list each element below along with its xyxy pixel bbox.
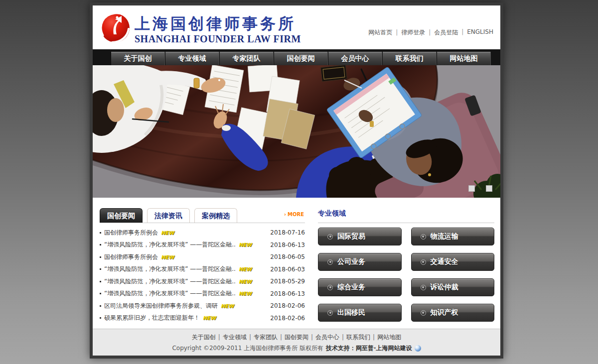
- practice-area-button[interactable]: 交通安全: [411, 253, 495, 271]
- site-header: 上海国创律师事务所 SHANGHAI FOUNDER LAW FIRM 网站首页…: [93, 5, 500, 49]
- practice-area-label: 诉讼仲裁: [431, 283, 458, 292]
- practice-area-button[interactable]: 综合业务: [318, 278, 402, 296]
- bullseye-icon: [421, 285, 426, 290]
- news-date: 2018-06-05: [270, 253, 305, 260]
- news-title-link[interactable]: “增强风险防范，净化发展环境” ——普陀区金融..: [104, 277, 236, 286]
- practice-area-label: 知识产权: [431, 308, 458, 317]
- site-footer: 关于国创专业领域专家团队国创要闻会员中心联系我们网站地图 Copyright ©…: [93, 329, 500, 356]
- new-badge: NEW: [239, 279, 252, 284]
- header-link[interactable]: ENGLISH: [458, 28, 493, 37]
- news-column: 国创要闻法律资讯案例精选 ›MORE 国创律师事务所例会 NEW 2018-07…: [100, 198, 305, 329]
- news-title-link[interactable]: 区司法局领导来国创律师事务所参观、调研: [104, 302, 218, 310]
- practice-area-button[interactable]: 国际贸易: [318, 228, 402, 245]
- news-title-link[interactable]: 国创律师事务所例会: [104, 229, 158, 237]
- practice-area-button[interactable]: 公司业务: [318, 253, 402, 271]
- header-link[interactable]: 律师登录: [392, 28, 425, 37]
- tab[interactable]: 案例精选: [194, 208, 237, 223]
- practice-area-label: 物流运输: [431, 232, 458, 241]
- practice-area-button[interactable]: 物流运输: [411, 228, 495, 245]
- new-badge: NEW: [239, 242, 252, 247]
- practice-title: 专业领域: [318, 209, 346, 218]
- practice-grid: 国际贸易 物流运输 公司业务 交通安全: [318, 228, 494, 322]
- slide-indicator[interactable]: [486, 185, 492, 192]
- new-badge: NEW: [203, 315, 216, 321]
- news-item: “增强风险防范，净化发展环境” ——普陀区金融.. NEW 2018-06-13: [100, 239, 305, 251]
- news-date: 2018-02-06: [270, 302, 305, 309]
- slide-indicator[interactable]: [468, 185, 475, 192]
- news-item: 硕果累累辞旧岁，壮志宏图迎新年！ NEW 2018-02-06: [100, 312, 305, 325]
- news-date: 2018-06-13: [270, 242, 305, 248]
- copyright-text: Copyright ©2009-2011 上海国创律师事务所 版权所有: [172, 344, 323, 353]
- news-date: 2018-06-03: [270, 266, 305, 273]
- tab[interactable]: 法律资讯: [147, 208, 190, 223]
- bullseye-icon: [327, 234, 333, 240]
- news-item: 国创律师事务所例会 NEW 2018-06-05: [100, 251, 305, 263]
- practice-area-button[interactable]: 出国移民: [318, 304, 402, 322]
- practice-header: 专业领域: [318, 198, 494, 223]
- firm-name-en: SHANGHAI FOUNDER LAW FIRM: [135, 33, 301, 45]
- footer-link[interactable]: 联系我们: [339, 333, 370, 342]
- hero-photo-meeting-table: [93, 65, 500, 198]
- practice-area-button[interactable]: 知识产权: [411, 304, 495, 322]
- footer-links: 关于国创专业领域专家团队国创要闻会员中心联系我们网站地图: [93, 333, 500, 342]
- footer-link[interactable]: 关于国创: [192, 333, 216, 342]
- news-title-link[interactable]: “增强风险防范，净化发展环境” ——普陀区金融..: [104, 289, 236, 298]
- bullseye-icon: [421, 234, 426, 240]
- support-globe-icon: [415, 345, 421, 352]
- new-badge: NEW: [161, 230, 174, 236]
- main-nav: 关于国创专业领域专家团队国创要闻会员中心联系我们网站地图: [93, 49, 500, 65]
- news-date: 2018-07-16: [270, 229, 305, 236]
- footer-link[interactable]: 网站地图: [370, 333, 401, 342]
- news-title-link[interactable]: 硕果累累辞旧岁，壮志宏图迎新年！: [104, 314, 200, 322]
- news-title-link[interactable]: 国创律师事务所例会: [104, 253, 158, 261]
- footer-link[interactable]: 会员中心: [308, 333, 339, 342]
- bullseye-icon: [327, 310, 333, 316]
- site-page: 上海国创律师事务所 SHANGHAI FOUNDER LAW FIRM 网站首页…: [93, 5, 500, 356]
- news-date: 2018-05-29: [270, 278, 305, 285]
- logo-icon: [99, 10, 132, 45]
- logo-text: 上海国创律师事务所 SHANGHAI FOUNDER LAW FIRM: [135, 10, 301, 45]
- header-utility-links: 网站首页律师登录会员登陆ENGLISH: [368, 28, 493, 37]
- main-content: 国创要闻法律资讯案例精选 ›MORE 国创律师事务所例会 NEW 2018-07…: [93, 198, 500, 329]
- nav-item[interactable]: 会员中心: [328, 52, 382, 65]
- support-text[interactable]: 技术支持：网至普·上海网站建设: [326, 344, 412, 353]
- footer-link[interactable]: 专业领域: [216, 333, 247, 342]
- bullseye-icon: [421, 259, 426, 265]
- practice-area-button[interactable]: 诉讼仲裁: [411, 278, 495, 296]
- footer-link[interactable]: 国创要闻: [278, 333, 308, 342]
- logo[interactable]: 上海国创律师事务所 SHANGHAI FOUNDER LAW FIRM: [99, 10, 301, 45]
- nav-item[interactable]: 专家团队: [219, 52, 274, 65]
- news-title-link[interactable]: “增强风险防范，净化发展环境” ——普陀区金融..: [104, 265, 236, 273]
- hero-banner: [93, 65, 500, 198]
- nav-item[interactable]: 国创要闻: [274, 52, 328, 65]
- header-link[interactable]: 会员登陆: [425, 28, 458, 37]
- practice-area-label: 出国移民: [337, 308, 365, 317]
- nav-item[interactable]: 专业领域: [165, 52, 219, 65]
- practice-column: 专业领域 国际贸易 物流运输 公司业务: [318, 198, 494, 329]
- news-item: “增强风险防范，净化发展环境” ——普陀区金融.. NEW 2018-06-03: [100, 263, 305, 276]
- browser-page-frame: 上海国创律师事务所 SHANGHAI FOUNDER LAW FIRM 网站首页…: [90, 2, 503, 359]
- more-link[interactable]: ›MORE: [284, 212, 304, 217]
- practice-area-label: 综合业务: [337, 283, 365, 292]
- bullseye-icon: [421, 310, 426, 316]
- news-list: 国创律师事务所例会 NEW 2018-07-16 “增强风险防范，净化发展环境”…: [100, 227, 305, 324]
- slide-indicators: [468, 185, 492, 192]
- new-badge: NEW: [161, 254, 174, 260]
- practice-area-label: 国际贸易: [337, 232, 365, 241]
- bullseye-icon: [327, 285, 333, 290]
- news-item: 区司法局领导来国创律师事务所参观、调研 NEW 2018-02-06: [100, 300, 305, 312]
- nav-item[interactable]: 网站地图: [437, 52, 491, 65]
- header-link[interactable]: 网站首页: [368, 28, 392, 37]
- nav-item[interactable]: 联系我们: [382, 52, 437, 65]
- nav-item[interactable]: 关于国创: [111, 52, 165, 65]
- news-tab-row: 国创要闻法律资讯案例精选 ›MORE: [100, 198, 305, 223]
- new-badge: NEW: [239, 266, 252, 272]
- news-title-link[interactable]: “增强风险防范，净化发展环境” ——普陀区金融..: [104, 241, 236, 249]
- footer-link[interactable]: 专家团队: [247, 333, 278, 342]
- news-item: “增强风险防范，净化发展环境” ——普陀区金融.. NEW 2018-06-13: [100, 288, 305, 300]
- new-badge: NEW: [221, 303, 234, 309]
- tab[interactable]: 国创要闻: [100, 208, 143, 223]
- bullseye-icon: [327, 259, 333, 265]
- practice-area-label: 交通安全: [431, 257, 458, 266]
- new-badge: NEW: [239, 291, 252, 296]
